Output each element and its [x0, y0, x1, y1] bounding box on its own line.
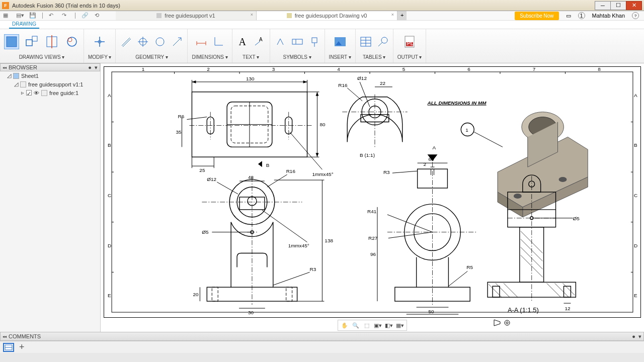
ribbon-group-label[interactable]: DRAWING VIEWS ▾ — [19, 52, 65, 60]
doc-icon — [156, 13, 162, 18]
surface-icon[interactable] — [274, 36, 286, 48]
refresh-icon[interactable]: ⟲ — [95, 12, 102, 19]
save-icon[interactable]: 💾 — [29, 12, 36, 19]
svg-text:PDF: PDF — [407, 41, 416, 46]
edge-ext-icon[interactable] — [154, 36, 166, 48]
new-tab-button[interactable]: + — [397, 11, 407, 20]
file-menu-icon[interactable]: ▤▾ — [16, 12, 23, 19]
svg-rect-2 — [32, 36, 37, 41]
panel-close-icon[interactable]: ▾ — [95, 64, 98, 71]
arrow-icon[interactable] — [171, 36, 183, 48]
user-name[interactable]: Mahtab Khan — [592, 13, 625, 19]
notifications-icon[interactable]: 1 — [578, 12, 585, 19]
help-icon[interactable]: ? — [632, 12, 639, 19]
browser-header[interactable]: ◂◂BROWSER●▾ — [0, 63, 100, 71]
svg-text:E: E — [634, 293, 637, 298]
drawing-canvas[interactable]: 1 2 3 4 5 6 7 8 AA BB CC DD EE — [101, 63, 644, 332]
add-sheet-button[interactable]: + — [19, 342, 25, 352]
balloon-icon[interactable] — [377, 36, 389, 48]
svg-text:Ø5: Ø5 — [202, 229, 209, 235]
detail-view-icon[interactable] — [64, 34, 79, 49]
close-tab-icon[interactable]: × — [391, 12, 394, 17]
tree-node-component[interactable]: ◿free guidesupport v1:1 — [0, 80, 100, 88]
svg-rect-23 — [312, 38, 317, 43]
window-title: Autodesk Fusion 360 (Trial ends in 10 da… — [12, 3, 595, 9]
grid-menu-icon[interactable]: ▦ — [3, 12, 10, 19]
comments-panel-header[interactable]: ◂◂COMMENTS●▾ — [0, 332, 644, 341]
document-tab-2[interactable]: free guidesupport Drawing v0 × — [257, 11, 397, 20]
pan-icon[interactable]: ✋ — [340, 321, 349, 329]
workspace-tab-drawing[interactable]: DRAWING — [9, 20, 39, 29]
svg-text:22: 22 — [380, 80, 386, 86]
document-tab-strip: free guidesupport v1 × free guidesupport… — [116, 11, 644, 20]
zone-columns: 1 2 3 4 5 6 7 8 — [142, 67, 601, 72]
svg-text:ALL DIMENSIONS IN MM: ALL DIMENSIONS IN MM — [427, 100, 487, 106]
image-insert-icon[interactable] — [333, 34, 348, 49]
undo-icon[interactable]: ↶ — [49, 12, 56, 19]
tree-node-sheet[interactable]: ◿Sheet1 — [0, 71, 100, 80]
ribbon-group-label[interactable]: MODIFY ▾ — [88, 52, 111, 60]
ribbon-group-label[interactable]: OUTPUT ▾ — [397, 52, 422, 60]
svg-rect-134 — [286, 287, 292, 301]
svg-line-9 — [123, 39, 131, 47]
document-tab-1[interactable]: free guidesupport v1 × — [116, 11, 257, 20]
svg-text:8: 8 — [598, 67, 601, 72]
svg-line-179 — [388, 232, 433, 238]
svg-text:48: 48 — [248, 174, 254, 180]
centermark-icon[interactable] — [137, 36, 149, 48]
subscribe-button[interactable]: Subscribe Now — [515, 12, 558, 20]
datum-icon[interactable] — [308, 36, 320, 48]
panel-settings-icon[interactable]: ● — [88, 64, 92, 70]
pdf-output-icon[interactable]: PDF — [402, 34, 417, 49]
close-button[interactable]: ✕ — [626, 1, 642, 10]
maximize-button[interactable]: ☐ — [610, 1, 626, 10]
fit-icon[interactable]: ▣▾ — [373, 321, 382, 329]
gdnt-icon[interactable] — [291, 36, 303, 48]
minimize-button[interactable]: ─ — [595, 1, 611, 10]
svg-text:C: C — [108, 193, 111, 198]
ribbon-group-label[interactable]: GEOMETRY ▾ — [135, 52, 168, 60]
svg-point-13 — [156, 38, 164, 46]
svg-text:96: 96 — [370, 251, 376, 257]
svg-marker-89 — [315, 92, 318, 96]
projected-view-icon[interactable] — [24, 34, 39, 49]
visibility-icon[interactable]: 👁 — [34, 90, 39, 96]
ribbon-group-label[interactable]: TEXT ▾ — [243, 52, 259, 60]
ordinate-icon[interactable] — [212, 36, 224, 48]
zoom-icon[interactable]: 🔍 — [351, 321, 360, 329]
redo-icon[interactable]: ↷ — [62, 12, 69, 19]
workspace-bar: DRAWING — [0, 20, 644, 29]
svg-line-118 — [474, 132, 503, 147]
svg-text:A: A — [108, 93, 111, 98]
svg-marker-214 — [494, 320, 500, 326]
ribbon-group-label[interactable]: SYMBOLS ▾ — [283, 52, 311, 60]
app-icon: F — [2, 2, 9, 9]
svg-point-216 — [506, 322, 508, 324]
table-icon[interactable] — [360, 36, 372, 48]
move-icon[interactable] — [92, 34, 107, 49]
text-icon[interactable]: A — [236, 36, 249, 48]
close-tab-icon[interactable]: × — [251, 12, 253, 17]
centerline-icon[interactable] — [120, 36, 132, 48]
zoom-window-icon[interactable]: ⬚ — [362, 321, 371, 329]
svg-line-177 — [387, 215, 433, 232]
extensions-icon[interactable]: ▭ — [566, 13, 571, 19]
link-icon[interactable]: 🔗 — [82, 12, 89, 19]
svg-line-204 — [555, 283, 569, 297]
sheet-thumbnail[interactable] — [3, 343, 14, 352]
svg-text:B: B — [266, 162, 270, 168]
ribbon-group-label[interactable]: DIMENSIONS ▾ — [192, 52, 227, 60]
ribbon-group-label[interactable]: TABLES ▾ — [363, 52, 385, 60]
tree-node-body[interactable]: ▹✓👁free guide:1 — [0, 88, 100, 97]
svg-line-175 — [392, 171, 418, 173]
grid-icon[interactable]: ▦▾ — [395, 321, 405, 329]
display-icon[interactable]: ◧▾ — [384, 321, 393, 329]
section-view-icon[interactable] — [44, 34, 59, 49]
leader-text-icon[interactable]: A — [254, 36, 266, 48]
svg-marker-83 — [192, 80, 196, 83]
base-view-icon[interactable] — [4, 34, 19, 49]
svg-text:6: 6 — [467, 67, 470, 72]
ribbon-group-label[interactable]: INSERT ▾ — [329, 52, 351, 60]
dimension-icon[interactable] — [195, 36, 207, 48]
side-view: A 60 2 R3 R41 R27 96 R5 50 80 — [367, 145, 477, 317]
